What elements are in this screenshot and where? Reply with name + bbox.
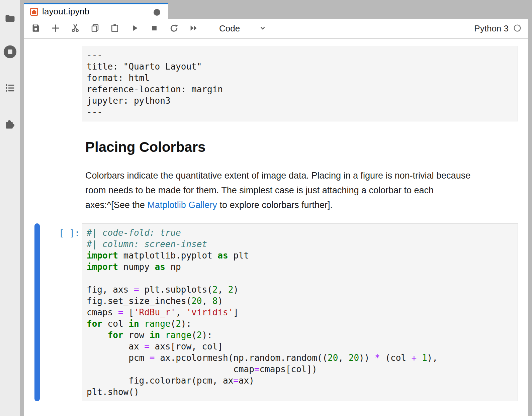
unsaved-changes-dot[interactable] [154,9,160,16]
stop-icon [149,23,159,34]
cell-collapser[interactable] [34,223,40,401]
raw-line: reference-location: margin [87,84,513,95]
code-line: pcm = ax.pcolormesh(np.random.random((20… [87,352,513,363]
raw-line: --- [87,49,513,61]
cell-type-label: Code [219,23,240,34]
code-line: fig.set_size_inches(20, 8) [87,295,513,307]
raw-cell-editor[interactable]: ---title: "Quarto Layout"format: htmlref… [82,46,518,121]
tab-title: layout.ipynb [42,6,89,17]
paragraph-text: Colorbars indicate the quantitative exte… [85,171,470,181]
paste-icon [110,23,120,34]
code-line: for col in range(2): [87,318,513,329]
save-button[interactable] [31,24,41,34]
markdown-cell: Placing Colorbars Colorbars indicate the… [85,140,528,212]
code-line: fig, axs = plt.subplots(2, 2) [87,284,513,295]
code-line: plt.show() [87,386,513,398]
add-icon [51,23,61,34]
tab-bar: layout.ipynb [24,0,528,19]
cut-icon [70,23,80,34]
cut-cells-button[interactable] [70,24,80,34]
notebook-icon [29,7,39,16]
paste-cells-button[interactable] [110,24,120,34]
code-line: fig.colorbar(pcm, ax=ax) [87,375,513,386]
input-prompt: [ ]: [59,227,80,239]
raw-line: jupyter: python3 [87,95,513,106]
copy-cells-button[interactable] [90,24,100,34]
folder-icon [4,13,16,24]
code-line: import numpy as np [87,261,513,273]
code-cell: [ ]: #| code-fold: true#| column: screen… [24,223,528,401]
code-line: cmaps = ['RdBu_r', 'viridis'] [87,307,513,318]
code-line: cmap=cmaps[col]) [87,363,513,375]
restart-icon [169,23,179,34]
stop-circle-icon [2,44,18,60]
notebook-content: ---title: "Quarto Layout"format: htmlref… [24,39,528,416]
interrupt-kernel-button[interactable] [149,24,159,34]
run-icon [129,23,140,34]
code-line: ax = axs[row, col] [87,341,513,352]
raw-line: title: "Quarto Layout" [87,61,513,72]
restart-run-all-button[interactable] [189,24,199,34]
kernel-status-icon[interactable] [513,24,521,33]
paragraph-text: to explore colorbars further]. [217,200,333,210]
run-cell-button[interactable] [129,24,140,34]
matplotlib-gallery-link[interactable]: Matplotlib Gallery [147,200,217,210]
code-line [87,273,513,284]
markdown-paragraph: Colorbars indicate the quantitative exte… [85,168,528,212]
paragraph-line: axes:^[See the Matplotlib Gallery to exp… [85,198,528,212]
save-icon [31,23,41,34]
tab-layout-ipynb[interactable]: layout.ipynb [24,3,168,19]
raw-cell: ---title: "Quarto Layout"format: htmlref… [24,46,528,121]
list-icon [4,82,16,94]
paragraph-line: Colorbars indicate the quantitative exte… [85,168,528,183]
raw-line: format: html [87,72,513,84]
code-editor[interactable]: #| code-fold: true#| column: screen-inse… [82,223,518,401]
sidebar-item-running-kernels[interactable] [0,44,20,60]
sidebar-item-file-browser[interactable] [0,13,20,24]
cell-type-dropdown[interactable]: Code [219,23,267,34]
paragraph-text: room needs to be made for them. The simp… [85,185,434,195]
code-line: #| code-fold: true [87,227,513,238]
puzzle-icon [4,118,16,130]
code-line: for row in range(2): [87,329,513,341]
copy-icon [90,23,100,34]
sidebar-item-extensions[interactable] [0,118,20,130]
code-line: import matplotlib.pyplot as plt [87,250,513,261]
paragraph-line: room needs to be made for them. The simp… [85,183,528,198]
notebook-toolbar: Code Python 3 [24,19,528,39]
markdown-heading: Placing Colorbars [85,140,528,154]
restart-kernel-button[interactable] [169,24,179,34]
paragraph-text: axes:^[See the [85,200,147,210]
raw-line: --- [87,106,513,118]
activity-sidebar [0,0,20,416]
chevron-down-icon [240,24,267,33]
dock-panel: layout.ipynb Code Python 3 ---title: "Qu… [24,0,528,416]
sidebar-item-table-of-contents[interactable] [0,82,20,94]
fast-forward-icon [189,23,199,34]
kernel-name[interactable]: Python 3 [474,23,509,34]
code-line: #| column: screen-inset [87,238,513,250]
insert-cell-button[interactable] [51,24,61,34]
